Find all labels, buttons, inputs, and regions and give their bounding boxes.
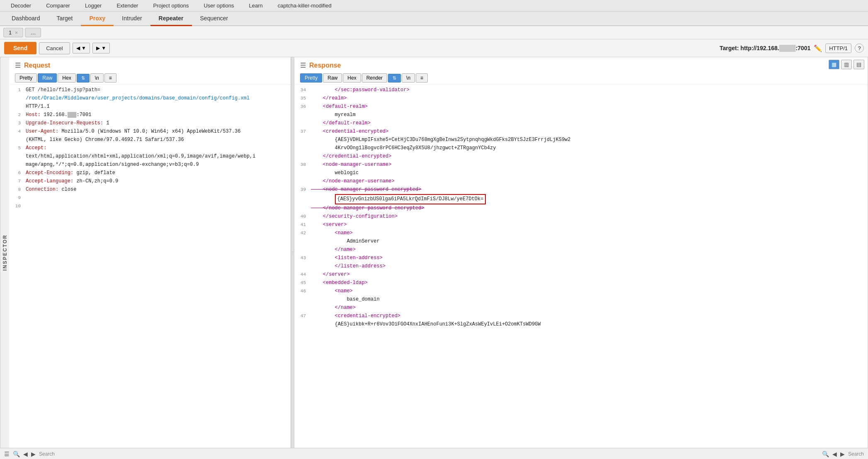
table-row: text/html,application/xhtml+xml,applicat… — [9, 153, 291, 161]
help-icon[interactable]: ? — [855, 44, 864, 53]
toolbar: Send Cancel ◀ ▼ ▶ ▼ Target: http://192.1… — [0, 39, 868, 57]
bottom-right-icon2[interactable]: ◀ — [832, 451, 837, 457]
bottom-right-icon1[interactable]: 🔍 — [822, 451, 829, 457]
view-split-btn[interactable]: ▦ — [829, 60, 839, 69]
tab-sequencer[interactable]: Sequencer — [192, 12, 237, 26]
response-format-hex[interactable]: Hex — [343, 73, 361, 83]
tab-dashboard[interactable]: Dashboard — [3, 12, 48, 26]
table-row: 37 <credential-encrypted> — [294, 128, 868, 136]
bottom-nav-prev[interactable]: ◀ — [23, 451, 28, 457]
nav-back-button[interactable]: ◀ ▼ — [73, 43, 90, 53]
request-panel-header: ☰ Request — [9, 57, 291, 72]
bottom-right-icon3[interactable]: ▶ — [840, 451, 845, 457]
menu-user-options[interactable]: User options — [196, 0, 241, 11]
response-format-pretty[interactable]: Pretty — [300, 73, 322, 83]
tab-proxy[interactable]: Proxy — [81, 12, 114, 26]
table-row: 1 GET /hello/file.jsp?path= — [9, 86, 291, 95]
response-format-menu[interactable]: ≡ — [416, 73, 428, 83]
panel-divider[interactable]: ⋮ — [291, 57, 294, 448]
menu-comparer[interactable]: Comparer — [39, 0, 78, 11]
response-code-area[interactable]: 34 </sec:password-validator> 35 </realm>… — [294, 85, 868, 448]
table-row: {AES}uikbk+R+r6Vov3OiFGO4XnxIAHEnoFuni3K… — [294, 321, 868, 329]
table-row: 10 — [9, 202, 291, 211]
response-menu-icon[interactable]: ☰ — [300, 61, 306, 69]
table-row: weblogic — [294, 169, 868, 177]
table-row: 41 <server> — [294, 221, 868, 229]
menu-captcha-killer[interactable]: captcha-killer-modified — [270, 0, 339, 11]
repeater-tabs: 1 × … — [0, 26, 868, 39]
tab-repeater[interactable]: Repeater — [150, 12, 192, 26]
menu-decoder[interactable]: Decoder — [3, 0, 39, 11]
bottom-bar: ☰ 🔍 ◀ ▶ Search 🔍 ◀ ▶ Search — [0, 448, 868, 459]
table-row: 34 </sec:password-validator> — [294, 86, 868, 95]
response-format-bar: Pretty Raw Hex Render ⇅ \n ≡ — [294, 72, 868, 85]
table-row: {AES}VDHLmpIFsxhe5+CetHjC3Du768mgXgBeInw… — [294, 136, 868, 144]
tab-target[interactable]: Target — [48, 12, 81, 26]
table-row: base_domain — [294, 296, 868, 304]
table-row: (KHTML, like Gecko) Chrome/97.0.4692.71 … — [9, 136, 291, 144]
close-tab-icon[interactable]: × — [15, 29, 18, 36]
table-row: 38 <node-manager-username> — [294, 161, 868, 169]
table-row: </name> — [294, 246, 868, 254]
table-row: 47 <credential-encrypted> — [294, 312, 868, 321]
request-format-menu[interactable]: ≡ — [104, 73, 116, 83]
menu-extender[interactable]: Extender — [109, 0, 145, 11]
repeater-tab-1[interactable]: 1 × — [3, 28, 23, 37]
tab-bar: Dashboard Target Proxy Intruder Repeater… — [0, 12, 868, 26]
table-row: 4KrvOOng1lBogvc8rPC6HC3eqZy8X5U8/jhzgwct… — [294, 144, 868, 153]
table-row: 9 — [9, 194, 291, 202]
table-row: </node-manager-username> — [294, 177, 868, 186]
request-menu-icon[interactable]: ☰ — [15, 61, 21, 69]
request-format-pretty[interactable]: Pretty — [15, 73, 37, 83]
edit-target-icon[interactable]: ✏️ — [814, 44, 822, 52]
response-format-newline[interactable]: \n — [402, 73, 415, 83]
bottom-menu-icon[interactable]: ☰ — [4, 451, 10, 457]
request-format-raw[interactable]: Raw — [38, 73, 57, 83]
response-format-special1[interactable]: ⇅ — [388, 74, 401, 83]
response-format-render[interactable]: Render — [362, 73, 387, 83]
nav-forward-button[interactable]: ▶ ▼ — [92, 43, 110, 53]
view-vertical-btn[interactable]: ▥ — [841, 60, 852, 69]
request-panel-title: Request — [24, 62, 50, 69]
table-row: 35 </realm> — [294, 95, 868, 103]
table-row: AdminServer — [294, 238, 868, 246]
table-row: 4 User-Agent: Mozilla/5.0 (Windows NT 10… — [9, 128, 291, 136]
table-row: 36 <default-realm> — [294, 103, 868, 111]
table-row: 3 Upgrade-Insecure-Requests: 1 — [9, 119, 291, 128]
menu-logger[interactable]: Logger — [78, 0, 109, 11]
table-row: 40 </security-configuration> — [294, 213, 868, 221]
table-row: 44 </server> — [294, 271, 868, 279]
request-code-area[interactable]: 1 GET /hello/file.jsp?path= /root/Oracle… — [9, 85, 291, 448]
table-row: 6 Accept-Encoding: gzip, deflate — [9, 169, 291, 177]
repeater-tab-more[interactable]: … — [25, 28, 41, 37]
response-panel-title: Response — [309, 62, 341, 69]
target-info: Target: http://192.168.████:7001 ✏️ HTTP… — [720, 44, 864, 53]
request-format-hex[interactable]: Hex — [58, 73, 75, 83]
top-menu: Decoder Comparer Logger Extender Project… — [0, 0, 868, 12]
highlight-row: {AES}yvGnizbUS0lga6iPA5LkrQdImFiS/DJ8Lw/… — [294, 194, 868, 204]
table-row: 42 <name> — [294, 229, 868, 238]
response-format-raw[interactable]: Raw — [323, 73, 342, 83]
menu-learn[interactable]: Learn — [241, 0, 270, 11]
send-button[interactable]: Send — [4, 42, 36, 54]
table-row: myrealm — [294, 111, 868, 119]
request-format-special1[interactable]: ⇅ — [77, 74, 90, 83]
view-horizontal-btn[interactable]: ▤ — [853, 60, 864, 69]
table-row: mage/apng,*/*;q=0.8,application/signed-e… — [9, 161, 291, 169]
bottom-nav-next[interactable]: ▶ — [31, 451, 36, 457]
tab-intruder[interactable]: Intruder — [114, 12, 150, 26]
bottom-search-icon[interactable]: 🔍 — [13, 451, 20, 457]
table-row: 8 Connection: close — [9, 186, 291, 194]
menu-project-options[interactable]: Project options — [145, 0, 196, 11]
cancel-button[interactable]: Cancel — [39, 42, 70, 54]
response-panel-header: ☰ Response — [294, 57, 347, 72]
view-toggle: ▦ ▥ ▤ — [825, 58, 868, 71]
table-row: 46 <name> — [294, 287, 868, 296]
table-row: 45 <embedded-ldap> — [294, 279, 868, 287]
table-row: /root/Oracle/Middleware/user_projects/do… — [9, 95, 291, 103]
inspector-sidebar: INSPECTOR — [0, 57, 9, 448]
table-row: 39 <node-manager-password-encrypted> — [294, 186, 868, 194]
request-format-newline[interactable]: \n — [90, 73, 104, 83]
request-format-bar: Pretty Raw Hex ⇅ \n ≡ — [9, 72, 291, 85]
table-row: </name> — [294, 304, 868, 312]
